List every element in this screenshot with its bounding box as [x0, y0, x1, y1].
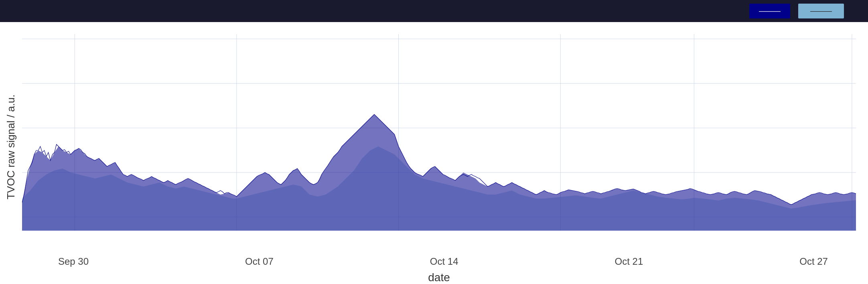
chart-svg: 32500 35000 37500 40000 42500 — [22, 26, 856, 239]
x-axis-ticks: Sep 30 Oct 07 Oct 14 Oct 21 Oct 27 — [22, 256, 856, 270]
x-tick-sep30: Sep 30 — [58, 256, 89, 267]
x-axis-area: Sep 30 Oct 07 Oct 14 Oct 21 Oct 27 date — [0, 256, 868, 284]
chart-area: TVOC raw signal / a.u. — [0, 22, 868, 284]
chart-wrapper: TVOC raw signal / a.u. — [0, 22, 868, 256]
btn-dark[interactable]: ——— — [749, 4, 790, 18]
chart-container: 32500 35000 37500 40000 42500 — [22, 22, 868, 256]
top-bar: ——— ——— — [0, 0, 868, 22]
x-tick-oct27: Oct 27 — [799, 256, 828, 267]
x-tick-oct07: Oct 07 — [245, 256, 274, 267]
x-tick-oct21: Oct 21 — [615, 256, 643, 267]
x-axis-title: date — [22, 271, 856, 284]
x-tick-oct14: Oct 14 — [430, 256, 458, 267]
y-axis-label: TVOC raw signal / a.u. — [0, 22, 22, 256]
btn-light[interactable]: ——— — [798, 4, 844, 18]
